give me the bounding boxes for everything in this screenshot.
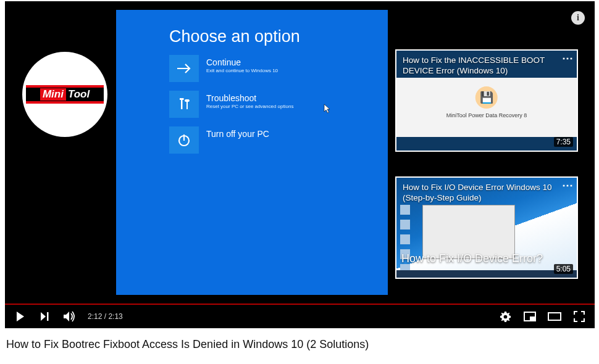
duration-badge: 5:05 — [554, 264, 573, 274]
video-player: Choose an option Continue Exit and conti… — [5, 1, 595, 347]
total-duration: 2:13 — [108, 312, 122, 321]
endcard-video-1[interactable]: 💾 MiniTool Power Data Recovery 8 How to … — [395, 49, 578, 152]
theater-button[interactable] — [548, 310, 561, 323]
player-controls: 2:12 / 2:13 — [5, 304, 595, 328]
option-continue: Continue Exit and continue to Windows 10 — [169, 55, 388, 82]
tools-icon — [169, 91, 199, 118]
arrow-right-icon — [169, 55, 199, 82]
option-desc: Exit and continue to Windows 10 — [206, 68, 278, 73]
settings-button[interactable] — [498, 310, 512, 323]
duration-badge: 7:35 — [554, 137, 573, 147]
endcard-video-2[interactable]: How to Fix I/O Device Error? How to Fix … — [395, 176, 578, 279]
disk-icon: 💾 — [475, 86, 498, 109]
power-icon — [169, 126, 199, 154]
svg-rect-0 — [181, 99, 183, 109]
time-display: 2:12 / 2:13 — [88, 312, 123, 321]
logo-text-tool: Tool — [68, 88, 90, 101]
option-label: Troubleshoot — [206, 93, 293, 103]
windows-recovery-screen: Choose an option Continue Exit and conti… — [116, 10, 388, 295]
thumb-caption: How to Fix I/O Device Error? — [401, 252, 572, 265]
miniplayer-button[interactable] — [523, 310, 537, 323]
thumb-caption: MiniTool Power Data Recovery 8 — [446, 112, 527, 118]
option-label: Turn off your PC — [206, 129, 269, 139]
info-icon[interactable]: i — [571, 11, 585, 25]
video-title: How to Fix Bootrec Fixboot Access Is Den… — [5, 328, 595, 351]
recovery-title: Choose an option — [116, 10, 388, 55]
svg-point-5 — [503, 315, 507, 318]
current-time: 2:12 — [88, 312, 102, 321]
option-desc: Reset your PC or see advanced options — [206, 104, 293, 109]
play-button[interactable] — [14, 310, 27, 323]
video-viewport[interactable]: Choose an option Continue Exit and conti… — [5, 1, 595, 304]
option-turnoff: Turn off your PC — [169, 126, 388, 154]
logo-text-mini: Mini — [40, 88, 66, 101]
endcard-title: How to Fix the INACCESSIBLE BOOT DEVICE … — [396, 51, 577, 81]
option-label: Continue — [206, 57, 278, 67]
svg-rect-1 — [180, 98, 184, 100]
fullscreen-button[interactable] — [572, 310, 586, 323]
next-button[interactable] — [38, 310, 52, 323]
more-icon[interactable]: ⋯ — [562, 183, 573, 188]
cursor-icon — [324, 104, 331, 115]
window-graphic — [422, 205, 515, 259]
channel-logo[interactable]: Mini Tool — [22, 52, 107, 137]
svg-rect-4 — [47, 312, 49, 321]
svg-rect-8 — [548, 313, 561, 320]
svg-rect-7 — [530, 316, 535, 320]
option-troubleshoot: Troubleshoot Reset your PC or see advanc… — [169, 91, 388, 118]
volume-button[interactable] — [63, 310, 77, 323]
endcard-title: How to Fix I/O Device Error Windows 10 (… — [396, 178, 577, 209]
more-icon[interactable]: ⋯ — [562, 56, 573, 61]
taskbar-graphic — [396, 270, 577, 278]
